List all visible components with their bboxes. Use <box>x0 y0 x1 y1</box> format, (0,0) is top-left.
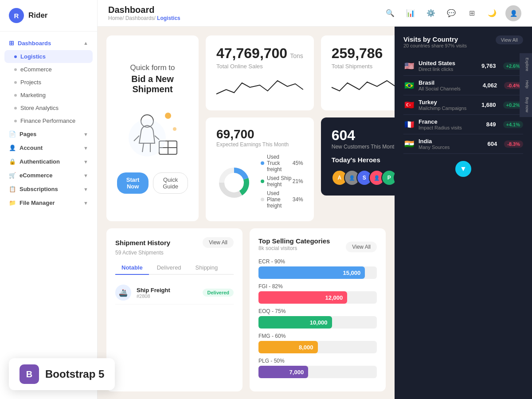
flag-br: 🇧🇷 <box>403 82 415 90</box>
ship-dot <box>261 180 264 183</box>
change-badge-in: -8.3% <box>504 141 523 148</box>
cat-label-3: FMG - 60% <box>258 333 377 339</box>
chart-icon[interactable]: 📊 <box>403 6 418 20</box>
bootstrap-badge: B Bootstrap 5 <box>9 358 115 390</box>
plane-dot <box>261 198 264 201</box>
country-row-us: 🇺🇸 United States Direct link clicks 9,76… <box>403 56 523 76</box>
tab-delivered[interactable]: Delivered <box>151 261 188 275</box>
more-countries-button[interactable]: ▼ <box>455 161 471 177</box>
country-visits-br: 4,062 <box>483 82 497 89</box>
total-shipments-number: 259,786 <box>332 45 395 62</box>
right-panel: Explore Help Buy now Visits by Country 2… <box>395 27 532 399</box>
total-sales-card: 47,769,700 Tons Total Online Sales <box>206 35 314 110</box>
breadcrumb-active: Logistics <box>157 15 180 21</box>
ship-name: Ship Freight <box>137 287 197 293</box>
active-dot <box>14 55 17 58</box>
categories-view-all-button[interactable]: View All <box>346 242 377 252</box>
total-shipments-card: 259,786 Total Shipments <box>321 35 395 110</box>
visits-title: Visits by Country <box>403 35 467 43</box>
pages-icon: 📄 <box>9 131 16 137</box>
content-area: Quick form to Bid a New Shipment <box>98 27 532 399</box>
quick-guide-button[interactable]: Quick Guide <box>153 172 188 194</box>
theme-icon[interactable]: 🌙 <box>485 6 499 20</box>
shipment-view-all-button[interactable]: View All <box>203 237 234 248</box>
sidebar-parent-label: File Manager <box>20 200 55 206</box>
user-avatar[interactable]: 👤 <box>505 5 521 21</box>
chevron-down-icon: ▼ <box>83 200 88 206</box>
sidebar-item-pages[interactable]: 📄 Pages ▼ <box>0 127 97 141</box>
chevron-down-icon: ▼ <box>83 132 88 137</box>
sidebar-item-label: Projects <box>20 79 41 86</box>
promo-subtitle: Bid a New Shipment <box>117 74 188 94</box>
chevron-down-icon: ▼ <box>83 159 88 164</box>
list-item: ECR - 90% 15,000 <box>258 258 377 279</box>
new-customers-label: New Customers This Month <box>332 144 395 150</box>
sidebar-item-authentication[interactable]: 🔒 Authentication ▼ <box>0 155 97 168</box>
earnings-label: Expected Earnings This Month <box>216 141 303 148</box>
sidebar-item-ecommerce-parent[interactable]: 🛒 eCommerce ▼ <box>0 168 97 182</box>
sidebar-item-logistics[interactable]: Logistics <box>4 50 93 63</box>
heroes-title: Today's Heroes <box>332 156 395 164</box>
sidebar-item-account[interactable]: 👤 Account ▼ <box>0 141 97 155</box>
subscriptions-icon: 📋 <box>9 186 16 192</box>
promo-illustration <box>117 108 188 161</box>
main-area: Dashboard Home/ Dashboards/ Logistics 🔍 … <box>98 0 532 399</box>
cat-bar-0: 15,000 <box>258 266 365 279</box>
bottom-grid: Shipment History View All 59 Active Ship… <box>106 228 386 391</box>
logo-area[interactable]: R Rider <box>0 0 97 31</box>
sidebar-parent-label: Pages <box>20 131 36 137</box>
chat-icon[interactable]: 💬 <box>444 6 458 20</box>
total-sales-unit: Tons <box>290 52 303 59</box>
ship-freight-icon: 🚢 <box>115 285 131 301</box>
flag-us: 🇺🇸 <box>403 62 415 70</box>
visits-subtitle: 20 countries share 97% visits <box>403 43 467 48</box>
sidebar-section-dashboards[interactable]: ⊞ Dashboards ▲ <box>0 36 97 50</box>
bootstrap-label: Bootstrap 5 <box>45 368 104 380</box>
topbar-right: 🔍 📊 ⚙️ 💬 ⊞ 🌙 👤 <box>383 5 521 21</box>
start-now-button[interactable]: Start Now <box>117 172 149 194</box>
settings-icon[interactable]: ⚙️ <box>424 6 438 20</box>
plane-label: Used Plane freight <box>267 190 293 209</box>
country-info-fr: France Impact Radius visits <box>419 118 483 130</box>
chevron-down-icon: ▼ <box>83 187 88 192</box>
svg-point-10 <box>129 119 166 156</box>
grid-view-icon[interactable]: ⊞ <box>465 6 479 20</box>
sidebar-item-finance-performance[interactable]: Finance Performance <box>0 114 97 127</box>
help-action[interactable]: Help <box>520 76 532 93</box>
shipment-tabs: Notable Delivered Shipping <box>115 261 234 275</box>
page-title: Dashboard <box>108 5 180 15</box>
cat-bar-1: 12,000 <box>258 291 347 304</box>
country-visits-tr: 1,680 <box>481 102 496 108</box>
country-info-in: India Many Sources <box>419 138 484 150</box>
sidebar-item-label: Store Analytics <box>20 105 59 111</box>
country-source-in: Many Sources <box>419 145 484 150</box>
file-manager-icon: 📁 <box>9 200 16 206</box>
svg-point-1 <box>173 127 176 131</box>
sidebar-item-store-analytics[interactable]: Store Analytics <box>0 102 97 114</box>
sidebar-item-projects[interactable]: Projects <box>0 76 97 89</box>
sidebar-item-subscriptions[interactable]: 📋 Subscriptions ▼ <box>0 182 97 196</box>
search-icon[interactable]: 🔍 <box>383 6 397 20</box>
sidebar-item-ecommerce[interactable]: eCommerce <box>0 63 97 76</box>
tab-notable[interactable]: Notable <box>115 261 149 275</box>
breadcrumb-home: Home/ <box>108 15 125 21</box>
sidebar-item-marketing[interactable]: Marketing <box>0 89 97 102</box>
tab-shipping[interactable]: Shipping <box>189 261 224 275</box>
country-info-us: United States Direct link clicks <box>419 60 478 72</box>
app-name: Rider <box>28 11 47 20</box>
top-grid: Quick form to Bid a New Shipment <box>106 35 386 221</box>
change-badge-fr: +4.1% <box>503 121 524 128</box>
visits-view-all-button[interactable]: View All <box>496 35 523 44</box>
country-source-fr: Impact Radius visits <box>419 125 483 130</box>
sidebar-item-file-manager[interactable]: 📁 File Manager ▼ <box>0 196 97 210</box>
explore-action[interactable]: Explore <box>520 53 532 76</box>
sidebar-item-label: eCommerce <box>20 66 52 73</box>
inactive-dot <box>14 94 17 97</box>
visits-card: Visits by Country 20 countries share 97%… <box>395 27 532 399</box>
auth-icon: 🔒 <box>9 158 16 165</box>
logo-icon: R <box>9 8 24 23</box>
country-name-in: India <box>419 138 484 145</box>
cat-label-4: PLG - 50% <box>258 358 377 364</box>
buy-now-action[interactable]: Buy now <box>520 93 532 117</box>
topbar-left: Dashboard Home/ Dashboards/ Logistics <box>108 5 180 21</box>
